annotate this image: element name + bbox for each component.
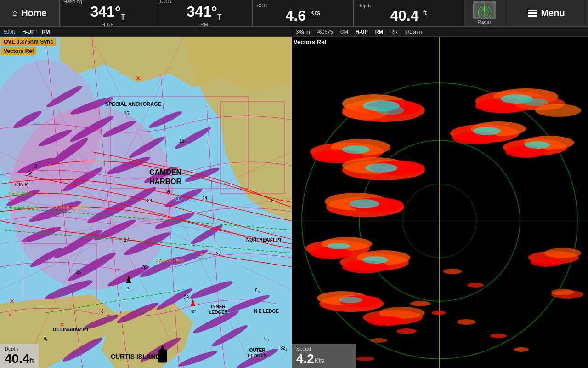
svg-text:2016 First RAY e: 2016 First RAY e: [55, 205, 90, 210]
svg-text:⚓: ⚓: [198, 252, 206, 259]
svg-point-160: [327, 243, 350, 249]
radar-mode: RM: [375, 29, 383, 34]
svg-text:24: 24: [202, 196, 208, 201]
svg-text:24: 24: [147, 198, 153, 203]
svg-point-168: [339, 297, 362, 303]
svg-point-156: [350, 199, 379, 208]
sog-section: SOG 4.6 Kts: [253, 0, 354, 26]
menu-button[interactable]: Menu: [505, 0, 588, 26]
svg-text:27: 27: [216, 251, 221, 256]
chart-depth-value: 40.4ft: [5, 351, 34, 366]
svg-text:✕: ✕: [136, 75, 141, 82]
svg-point-129: [377, 106, 404, 115]
depth-value: 40.4 ft: [390, 8, 427, 23]
chart-vectors-label: Vectors Rel: [1, 47, 36, 55]
cog-sublabel: RM: [160, 22, 249, 27]
radar-label: Radar: [468, 19, 501, 25]
svg-point-181: [457, 319, 475, 325]
cog-section: COG 341°T RM: [156, 0, 253, 26]
sog-value: 4.6 Kts: [286, 8, 321, 23]
radar-speed-label: Speed: [296, 346, 351, 351]
svg-point-186: [356, 356, 374, 361]
chart-scale: 500ft: [4, 29, 15, 34]
svg-text:CAMDEN: CAMDEN: [149, 168, 181, 176]
svg-text:RAY e: RAY e: [9, 198, 22, 203]
svg-text:15: 15: [71, 327, 77, 332]
svg-text:👁: 👁: [126, 287, 130, 291]
radar-speed-value: 4.2Kts: [296, 351, 351, 366]
heading-sublabel: H-UP: [63, 22, 152, 27]
chart-sub-bar: 500ft H-UP RM: [0, 27, 292, 36]
svg-point-179: [410, 301, 430, 306]
radar-svg: [292, 37, 588, 368]
chart-mode: RM: [42, 29, 50, 34]
svg-text:Current Track: Current Track: [9, 205, 38, 210]
svg-point-185: [371, 338, 387, 343]
svg-point-134: [535, 104, 581, 117]
home-label: Home: [21, 8, 47, 18]
svg-text:6: 6: [271, 198, 274, 203]
svg-point-173: [544, 248, 581, 258]
radar-panel[interactable]: Vectors Rel Speed 4.2Kts: [292, 37, 588, 368]
svg-text:✕: ✕: [9, 298, 15, 305]
svg-text:LEDGES: LEDGES: [248, 353, 266, 358]
menu-icon: [528, 10, 537, 17]
svg-text:M: M: [165, 189, 170, 194]
main-content: SPECIAL ANCHORAGE CAMDEN HARBOR M NORTHE…: [0, 37, 588, 368]
home-button[interactable]: ⌂ Home: [0, 0, 60, 26]
depth-section: Depth 40.4 ft: [354, 0, 464, 26]
svg-text:INNER: INNER: [211, 304, 226, 309]
svg-text:✕: ✕: [8, 312, 12, 317]
svg-point-171: [368, 316, 404, 326]
sub-bar: 500ft H-UP RM 3/8nm -60675 CM H-UP RM RR…: [0, 27, 588, 37]
radar-scale1: 3/8nm: [296, 29, 310, 34]
svg-text:SPECIAL ANCHORAGE: SPECIAL ANCHORAGE: [105, 101, 161, 107]
home-icon: ⌂: [12, 8, 17, 18]
svg-point-159: [310, 247, 351, 259]
heading-value: 341°T: [90, 4, 125, 21]
svg-text:LEDGES: LEDGES: [209, 310, 227, 315]
radar-sub-bar: 3/8nm -60675 CM H-UP RM RR 3/16nm: [292, 27, 588, 36]
svg-text:33: 33: [142, 265, 148, 270]
radar-rr: RR: [390, 29, 398, 34]
svg-point-136: [522, 98, 548, 106]
chart-orient: H-UP: [22, 29, 34, 34]
svg-point-176: [551, 289, 574, 295]
svg-text:"6": "6": [191, 309, 196, 314]
svg-text:15: 15: [76, 270, 81, 275]
svg-text:First RAY e: First RAY e: [9, 191, 33, 196]
svg-text:3: 3: [101, 309, 104, 314]
svg-point-140: [342, 145, 370, 154]
svg-text:15: 15: [124, 111, 130, 116]
chart-panel[interactable]: SPECIAL ANCHORAGE CAMDEN HARBOR M NORTHE…: [0, 37, 292, 368]
svg-point-164: [362, 256, 388, 264]
svg-point-174: [531, 258, 563, 267]
chart-depth-box: Depth 40.4ft: [0, 344, 39, 368]
chart-depth-label: Depth: [5, 346, 34, 351]
radar-section[interactable]: Radar: [464, 0, 505, 26]
top-bar: ⌂ Home Heading 341°T H-UP COG 341°T RM S…: [0, 0, 588, 27]
radar-icon: [473, 1, 496, 19]
radar-vectors-label: Vectors Rel: [294, 39, 326, 46]
svg-point-177: [443, 269, 462, 274]
svg-text:N E LEDGE: N E LEDGE: [254, 309, 279, 314]
svg-point-184: [396, 328, 417, 334]
ovl-label: OVL 0.375nm Sync: [1, 38, 56, 46]
heading-section: Heading 341°T H-UP: [60, 0, 156, 26]
radar-cm: CM: [340, 29, 348, 34]
radar-orient: H-UP: [356, 29, 368, 34]
radar-speed-box: Speed 4.2Kts: [292, 344, 356, 368]
svg-text:⚓: ⚓: [175, 194, 183, 202]
cog-value: 341°T: [187, 4, 222, 21]
radar-scale2: 3/16nm: [405, 29, 422, 34]
svg-point-182: [490, 334, 507, 338]
svg-point-180: [432, 310, 446, 315]
svg-text:39: 39: [184, 295, 189, 300]
svg-text:TON PT: TON PT: [14, 182, 30, 187]
svg-text:NORTHEAST PT: NORTHEAST PT: [246, 237, 282, 242]
svg-point-148: [473, 127, 501, 135]
svg-text:HARBOR: HARBOR: [149, 178, 182, 185]
svg-point-152: [525, 141, 550, 149]
radar-code: -60675: [317, 29, 333, 34]
menu-label: Menu: [541, 8, 565, 18]
